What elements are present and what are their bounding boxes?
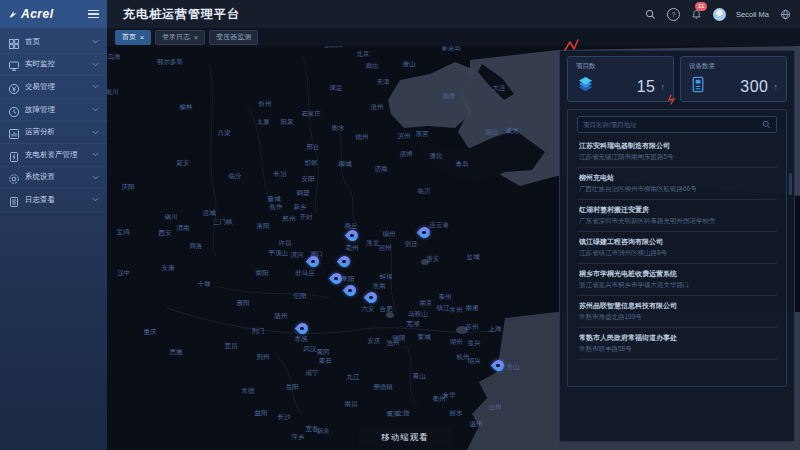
project-name: 苏州品联智慧信息科技有限公司 xyxy=(579,301,777,310)
top-header: 充电桩运营管理平台 ? 11 Secoli Ma xyxy=(107,0,800,28)
map-pin-icon[interactable] xyxy=(308,256,319,271)
stat-value: 15 xyxy=(637,78,656,96)
chevron-down-icon xyxy=(92,62,99,67)
sidebar-item-系统设置[interactable]: 系统设置 xyxy=(0,167,107,190)
panel-scrollbar[interactable] xyxy=(789,173,792,195)
project-address: 浙江省嘉兴市桐乡市学福大道文华路口 xyxy=(579,281,777,289)
project-list-item[interactable]: 柳州充电站广西壮族自治区柳州市柳南区航银路66号 xyxy=(577,168,777,200)
monitor-icon xyxy=(8,58,20,70)
map-pin-icon[interactable] xyxy=(347,230,358,245)
map-pin-icon[interactable] xyxy=(297,323,308,338)
project-name: 桐乡市学桐光电桩收费运营系统 xyxy=(579,269,777,278)
log-icon xyxy=(8,194,20,206)
project-list-item[interactable]: 常熟市人民政府常福街道办事处常熟市联丰路58号 xyxy=(577,328,777,360)
tab-登录日志[interactable]: 登录日志× xyxy=(155,30,205,45)
sidebar-item-日志查看[interactable]: 日志查看 xyxy=(0,189,107,212)
notification-bell-icon[interactable]: 11 xyxy=(690,8,703,21)
sidebar-item-运营分析[interactable]: 运营分析 xyxy=(0,121,107,144)
sidebar-item-首页[interactable]: 首页 xyxy=(0,31,107,54)
tab-close-icon[interactable]: × xyxy=(140,34,144,41)
tab-bar: 首页×登录日志×变压器监测 xyxy=(107,28,800,46)
charging-platform-app: { "brand": {"logo_text": "Acrel"}, "head… xyxy=(0,0,800,450)
menu-toggle-icon[interactable] xyxy=(88,10,99,19)
trend-up-icon: ↑ xyxy=(661,82,666,92)
project-address: 江苏省无锡江阴市南闸东盟路5号 xyxy=(579,153,777,161)
sidebar-item-充电桩资产管理[interactable]: 充电桩资产管理 xyxy=(0,144,107,167)
project-address: 广东省深圳市光明新区科泰路光明外国语学校旁 xyxy=(579,217,777,225)
brand-logo-icon xyxy=(8,9,18,19)
language-globe-icon[interactable] xyxy=(779,8,792,21)
project-name: 镇江绿建工程咨询有限公司 xyxy=(579,237,777,246)
user-avatar[interactable] xyxy=(713,8,726,21)
project-list-item[interactable]: 苏州品联智慧信息科技有限公司常熟市海盛北路199号 xyxy=(577,296,777,328)
mobile-view-label: 移动端观看 xyxy=(381,432,429,444)
project-name: 红湖村整村搬迁安置房 xyxy=(579,205,777,214)
brand-logo-text: Acrel xyxy=(21,7,54,21)
map-pin-icon[interactable] xyxy=(419,227,430,242)
stat-label: 项目数 xyxy=(576,62,665,71)
sidebar-item-label: 交易管理 xyxy=(25,82,55,92)
logo-strip: Acrel xyxy=(0,0,107,28)
tab-首页[interactable]: 首页× xyxy=(115,30,151,45)
home-icon xyxy=(8,36,20,48)
mobile-view-button[interactable]: 移动端观看 xyxy=(358,429,452,447)
map-pin-icon[interactable] xyxy=(493,360,504,375)
sidebar-item-交易管理[interactable]: 交易管理 xyxy=(0,76,107,99)
stat-value: 300 xyxy=(740,78,768,96)
project-panel: 项目数15↑设备数量300↑ 江苏安科瑞电器制造有限公司江苏省无锡江阴市南闸东盟… xyxy=(559,50,795,442)
project-list-item[interactable]: 江苏安科瑞电器制造有限公司江苏省无锡江阴市南闸东盟路5号 xyxy=(577,136,777,168)
chevron-down-icon xyxy=(92,152,99,157)
chevron-down-icon xyxy=(92,39,99,44)
tab-label: 变压器监测 xyxy=(216,32,251,42)
asset-icon xyxy=(8,149,20,161)
page-title: 充电桩运营管理平台 xyxy=(123,6,240,23)
project-address: 常熟市海盛北路199号 xyxy=(579,313,777,321)
search-icon[interactable] xyxy=(644,8,657,21)
settings-icon xyxy=(8,171,20,183)
charger-icon xyxy=(689,75,708,98)
map-pin-icon[interactable] xyxy=(366,292,377,307)
map-pin-icon[interactable] xyxy=(345,285,356,300)
sidebar-item-label: 系统设置 xyxy=(25,172,55,182)
project-name: 柳州充电站 xyxy=(579,173,777,182)
sidebar-item-label: 运营分析 xyxy=(25,127,55,137)
tab-close-icon[interactable]: × xyxy=(194,34,198,41)
sidebar-item-label: 故障管理 xyxy=(25,105,55,115)
sidebar-item-label: 充电桩资产管理 xyxy=(25,150,78,160)
project-list-item[interactable]: 镇江绿建工程咨询有限公司江苏省镇江市润州区檀山路8号 xyxy=(577,232,777,264)
user-name: Secoli Ma xyxy=(736,10,769,19)
notification-badge: 11 xyxy=(695,2,707,11)
project-list-item[interactable]: 红湖村整村搬迁安置房广东省深圳市光明新区科泰路光明外国语学校旁 xyxy=(577,200,777,232)
search-icon[interactable] xyxy=(762,120,771,129)
stat-label: 设备数量 xyxy=(689,62,778,71)
sidebar-item-label: 首页 xyxy=(25,37,40,47)
project-address: 江苏省镇江市润州区檀山路8号 xyxy=(579,249,777,257)
chevron-down-icon xyxy=(92,107,99,112)
tab-label: 登录日志 xyxy=(162,32,190,42)
sidebar-item-故障管理[interactable]: 故障管理 xyxy=(0,99,107,122)
chevron-down-icon xyxy=(92,197,99,202)
analysis-icon xyxy=(8,126,20,138)
transaction-icon xyxy=(8,81,20,93)
project-name: 江苏安科瑞电器制造有限公司 xyxy=(579,141,777,150)
stat-card-项目数: 项目数15↑ xyxy=(567,56,674,102)
sidebar-menu: 首页实时监控交易管理故障管理运营分析充电桩资产管理系统设置日志查看 xyxy=(0,28,107,212)
chevron-down-icon xyxy=(92,84,99,89)
project-search-input[interactable] xyxy=(583,121,762,128)
help-icon[interactable]: ? xyxy=(667,8,680,21)
map-pin-icon[interactable] xyxy=(331,273,342,288)
tab-label: 首页 xyxy=(122,32,136,42)
project-list-item[interactable]: 桐乡市学桐光电桩收费运营系统浙江省嘉兴市桐乡市学福大道文华路口 xyxy=(577,264,777,296)
tab-变压器监测[interactable]: 变压器监测 xyxy=(209,30,258,45)
project-name: 常熟市人民政府常福街道办事处 xyxy=(579,333,777,342)
map-pin-icon[interactable] xyxy=(339,256,350,271)
sidebar-item-实时监控[interactable]: 实时监控 xyxy=(0,54,107,77)
project-search-box xyxy=(577,116,777,133)
layers-icon xyxy=(576,75,595,98)
sidebar: Acrel 首页实时监控交易管理故障管理运营分析充电桩资产管理系统设置日志查看 xyxy=(0,0,107,450)
project-address: 常熟市联丰路58号 xyxy=(579,345,777,353)
chevron-down-icon xyxy=(92,175,99,180)
project-list: 江苏安科瑞电器制造有限公司江苏省无锡江阴市南闸东盟路5号柳州充电站广西壮族自治区… xyxy=(568,136,786,360)
chevron-down-icon xyxy=(92,130,99,135)
project-address: 广西壮族自治区柳州市柳南区航银路66号 xyxy=(579,185,777,193)
